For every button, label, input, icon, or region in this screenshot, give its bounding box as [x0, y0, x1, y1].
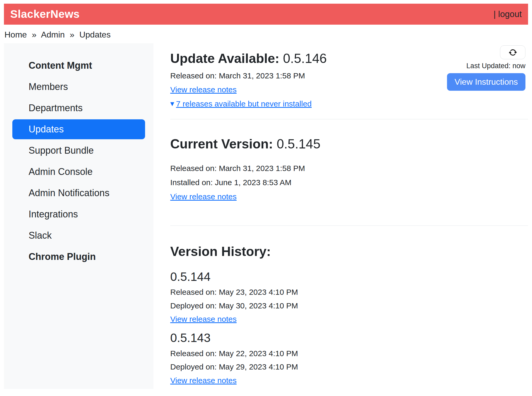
version-history-section: Version History: 0.5.144 Released on: Ma…	[170, 244, 528, 385]
sidebar-item-content-mgmt[interactable]: Content Mgmt	[12, 56, 145, 76]
view-instructions-button[interactable]: View Instructions	[447, 73, 525, 91]
current-installed-on: Installed on: June 1, 2023 8:53 AM	[170, 178, 528, 188]
current-version-label: Current Version:	[170, 137, 273, 151]
current-version-section: Current Version: 0.5.145 Released on: Ma…	[170, 137, 528, 201]
sidebar-item-departments[interactable]: Departments	[12, 98, 145, 118]
version-history-heading: Version History:	[170, 244, 528, 259]
history-deployed-on: Deployed on: May 30, 2023 4:10 PM	[170, 301, 528, 311]
refresh-button[interactable]	[500, 45, 525, 59]
sidebar-item-slack[interactable]: Slack	[12, 226, 145, 245]
version-history-entry: 0.5.143 Released on: May 22, 2023 4:10 P…	[170, 331, 528, 385]
breadcrumb-home[interactable]: Home	[4, 30, 27, 39]
sidebar-item-admin-notifications[interactable]: Admin Notifications	[12, 183, 145, 203]
history-version-number: 0.5.143	[170, 331, 528, 345]
breadcrumb-updates: Updates	[79, 30, 110, 39]
section-divider	[170, 226, 528, 226]
sidebar-item-integrations[interactable]: Integrations	[12, 204, 145, 224]
page-layout: Content Mgmt Members Departments Updates…	[4, 43, 528, 389]
sidebar-item-members[interactable]: Members	[12, 77, 145, 97]
update-available-version: 0.5.146	[283, 51, 327, 66]
sidebar: Content Mgmt Members Departments Updates…	[4, 43, 153, 389]
releases-toggle-link[interactable]: 7 releases available but never installed	[176, 99, 312, 109]
history-release-notes-link[interactable]: View release notes	[170, 376, 237, 386]
logout-link[interactable]: | logout	[493, 9, 522, 19]
history-released-on: Released on: May 22, 2023 4:10 PM	[170, 349, 528, 358]
current-released-on: Released on: March 31, 2023 1:58 PM	[170, 163, 528, 173]
brand-title: SlackerNews	[10, 8, 80, 20]
app-header: SlackerNews | logout	[4, 4, 528, 25]
releases-toggle-row: ▾ 7 releases available but never install…	[170, 99, 528, 109]
update-release-notes-link[interactable]: View release notes	[170, 85, 237, 95]
main-content: Last Updated: now View Instructions Upda…	[153, 43, 528, 385]
sidebar-item-admin-console[interactable]: Admin Console	[12, 162, 145, 182]
history-released-on: Released on: May 23, 2023 4:10 PM	[170, 287, 528, 297]
arrow-repeat-icon	[509, 49, 517, 56]
section-divider	[170, 119, 528, 119]
sidebar-item-updates[interactable]: Updates	[12, 119, 145, 139]
breadcrumb-separator: »	[70, 30, 75, 39]
update-controls: Last Updated: now View Instructions	[447, 45, 525, 91]
history-deployed-on: Deployed on: May 29, 2023 4:10 PM	[170, 362, 528, 372]
current-version-heading: Current Version: 0.5.145	[170, 137, 528, 152]
sidebar-item-chrome-plugin[interactable]: Chrome Plugin	[12, 247, 145, 267]
caret-down-icon[interactable]: ▾	[170, 100, 174, 108]
breadcrumb: Home » Admin » Updates	[4, 30, 528, 40]
sidebar-item-support-bundle[interactable]: Support Bundle	[12, 141, 145, 160]
version-history-entry: 0.5.144 Released on: May 23, 2023 4:10 P…	[170, 270, 528, 324]
last-updated-text: Last Updated: now	[466, 62, 525, 70]
current-release-notes-link[interactable]: View release notes	[170, 192, 237, 202]
update-available-label: Update Available:	[170, 51, 279, 66]
breadcrumb-separator: »	[32, 30, 36, 39]
history-version-number: 0.5.144	[170, 270, 528, 284]
breadcrumb-admin[interactable]: Admin	[41, 30, 65, 39]
history-release-notes-link[interactable]: View release notes	[170, 314, 237, 324]
current-version-number: 0.5.145	[277, 137, 321, 151]
